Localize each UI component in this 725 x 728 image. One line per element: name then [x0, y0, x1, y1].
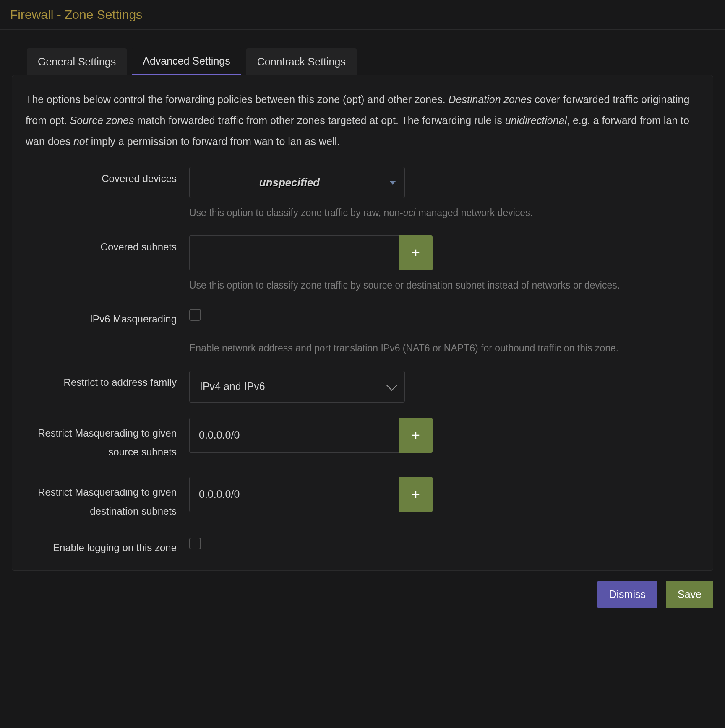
ipv6-masq-checkbox[interactable] [189, 309, 201, 321]
covered-devices-value: unspecified [190, 176, 389, 189]
add-subnet-button[interactable]: + [399, 235, 433, 270]
logging-checkbox[interactable] [189, 538, 201, 549]
tabs: General Settings Advanced Settings Connt… [0, 30, 725, 75]
label-covered-subnets: Covered subnets [26, 235, 189, 253]
label-covered-devices: Covered devices [26, 167, 189, 185]
title-bar: Firewall - Zone Settings [0, 0, 725, 30]
label-logging: Enable logging on this zone [26, 536, 189, 554]
footer: Dismiss Save [0, 571, 725, 608]
row-logging: Enable logging on this zone [26, 536, 699, 554]
covered-devices-dropdown[interactable]: unspecified [189, 167, 405, 198]
label-ipv6-masq: IPv6 Masquerading [26, 307, 189, 325]
masq-dest-input[interactable] [189, 477, 399, 512]
save-button[interactable]: Save [666, 581, 713, 608]
label-masq-src: Restrict Masquerading to given source su… [26, 418, 189, 462]
label-masq-dest: Restrict Masquerading to given destinati… [26, 477, 189, 521]
tab-conntrack[interactable]: Conntrack Settings [246, 48, 357, 75]
row-covered-subnets: Covered subnets + Use this option to cla… [26, 235, 699, 293]
hint-covered-devices: Use this option to classify zone traffic… [189, 205, 699, 220]
row-address-family: Restrict to address family IPv4 and IPv6 [26, 371, 699, 403]
row-covered-devices: Covered devices unspecified Use this opt… [26, 167, 699, 220]
covered-subnets-input[interactable] [189, 235, 399, 270]
hint-ipv6-masq: Enable network address and port translat… [189, 341, 699, 356]
dismiss-button[interactable]: Dismiss [597, 581, 658, 608]
label-address-family: Restrict to address family [26, 371, 189, 388]
add-masq-src-button[interactable]: + [399, 418, 433, 453]
page-title: Firewall - Zone Settings [10, 8, 715, 22]
masq-src-input[interactable] [189, 418, 399, 453]
settings-panel: The options below control the forwarding… [12, 75, 713, 571]
address-family-value: IPv4 and IPv6 [200, 380, 265, 393]
chevron-down-icon [386, 380, 397, 390]
row-masq-src: Restrict Masquerading to given source su… [26, 418, 699, 462]
address-family-select[interactable]: IPv4 and IPv6 [189, 371, 405, 403]
hint-covered-subnets: Use this option to classify zone traffic… [189, 278, 699, 293]
chevron-down-icon [389, 181, 396, 185]
row-ipv6-masq: IPv6 Masquerading Enable network address… [26, 307, 699, 356]
row-masq-dest: Restrict Masquerading to given destinati… [26, 477, 699, 521]
tab-advanced[interactable]: Advanced Settings [132, 48, 241, 75]
add-masq-dest-button[interactable]: + [399, 477, 433, 512]
tab-general[interactable]: General Settings [27, 48, 127, 75]
help-text: The options below control the forwarding… [26, 89, 699, 152]
